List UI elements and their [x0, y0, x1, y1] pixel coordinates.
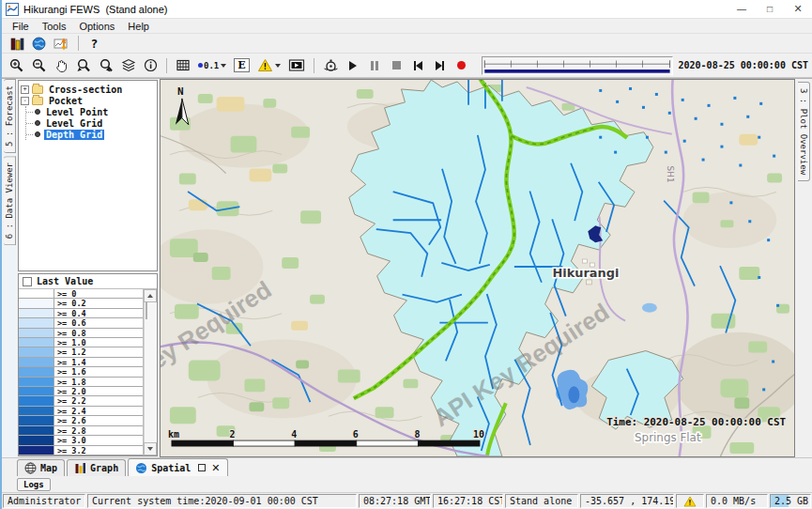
tab-plot-overview[interactable]: 3 : Plot Overview — [798, 82, 810, 181]
app-logo-icon — [6, 3, 19, 16]
svg-text:2: 2 — [230, 429, 236, 440]
zoom-in-icon — [9, 58, 24, 73]
legend-row[interactable]: >= 3.0 — [19, 436, 143, 445]
scroll-track[interactable] — [144, 302, 157, 442]
legend-color-swatch — [19, 387, 54, 395]
tab-map[interactable]: Map — [17, 459, 65, 476]
tab-data-viewer[interactable]: 6 : Data Viewer — [4, 156, 16, 245]
record-button[interactable] — [452, 56, 471, 74]
folder-icon — [32, 97, 43, 105]
expand-icon[interactable]: + — [21, 85, 29, 94]
menu-options[interactable]: Options — [72, 21, 121, 32]
legend-row[interactable]: >= 1.4 — [19, 358, 143, 367]
legend-color-swatch — [19, 329, 54, 337]
legend-row[interactable]: >= 3.2 — [19, 446, 143, 455]
time-slider[interactable] — [482, 56, 673, 75]
legend-row[interactable]: >= 0.8 — [19, 329, 143, 338]
tree-item-cross-section[interactable]: + Cross-section — [21, 84, 155, 95]
tab-spatial[interactable]: Spatial ✕ — [128, 458, 227, 476]
legend-row[interactable]: >= 2.8 — [19, 426, 143, 436]
maximize-panel-icon[interactable] — [198, 464, 206, 471]
menu-tools[interactable]: Tools — [36, 21, 73, 32]
legend-row[interactable]: >= 2.0 — [19, 387, 143, 396]
svg-text:10: 10 — [473, 429, 484, 440]
tree-item-level-point[interactable]: Level Point — [26, 106, 155, 117]
legend-color-swatch — [19, 347, 54, 356]
record-icon — [457, 61, 466, 69]
last-frame-button[interactable] — [430, 56, 450, 74]
legend-row[interactable]: >= 1.6 — [19, 367, 143, 377]
pan-button[interactable] — [52, 56, 71, 74]
legend-row[interactable]: >= 1.2 — [19, 347, 143, 357]
legend-threshold-label: >= 2.6 — [54, 416, 143, 424]
menu-bar: File Tools Options Help — [2, 19, 812, 34]
grid-icon — [176, 58, 191, 72]
legend-color-swatch — [19, 396, 54, 405]
legend-row[interactable]: >= 2.4 — [19, 407, 143, 416]
warnings-dropdown[interactable] — [254, 56, 283, 74]
animation-settings-button[interactable] — [320, 56, 342, 74]
legend-row[interactable]: >= 2.6 — [19, 416, 143, 425]
tree-item-pocket[interactable]: - Pocket — [21, 95, 155, 106]
scroll-down-icon[interactable] — [144, 442, 157, 455]
zoom-out-button[interactable] — [29, 56, 50, 74]
pause-icon — [371, 61, 378, 70]
tree-item-level-grid[interactable]: Level Grid — [26, 117, 155, 129]
legend-scrollbar[interactable] — [144, 289, 157, 455]
help-button[interactable]: ? — [84, 35, 104, 53]
close-tab-icon[interactable]: ✕ — [211, 462, 220, 474]
legend-threshold-label: >= 2.8 — [54, 426, 143, 435]
scroll-thumb[interactable] — [146, 301, 147, 319]
collapse-icon[interactable]: - — [21, 97, 29, 105]
first-frame-button[interactable] — [408, 56, 428, 74]
tree-item-label: Pocket — [47, 96, 84, 106]
map-display-button[interactable] — [29, 35, 49, 53]
logs-button[interactable]: Logs — [17, 478, 51, 491]
layers-button[interactable] — [118, 56, 139, 74]
info-icon — [144, 58, 158, 72]
legend-threshold-label: >= 3.0 — [54, 436, 143, 444]
zoom-next-button[interactable] — [96, 56, 116, 74]
play-button[interactable] — [344, 56, 363, 74]
scroll-up-icon[interactable] — [144, 289, 157, 302]
legend-row[interactable]: >= 2.2 — [19, 396, 143, 406]
title-bar: Hikurangi FEWS (Stand alone) — □ ✕ — [2, 0, 812, 19]
maximize-button[interactable]: □ — [756, 0, 784, 18]
tab-graph[interactable]: Graph — [67, 459, 126, 476]
deepest-water-patch — [568, 386, 579, 403]
legend-panel: Last Value >= 0>= 0.2>= 0.4>= 0.6>= 0.8>… — [18, 273, 158, 456]
legend-row[interactable]: >= 0 — [19, 289, 143, 299]
info-button[interactable] — [141, 56, 161, 74]
map-view[interactable]: API Key Required API Key Required Hikura… — [160, 79, 795, 457]
status-network-rate: 0.0 MB/s — [706, 494, 768, 508]
legend-toggle-button[interactable]: E — [231, 56, 252, 74]
tree-item-depth-grid[interactable]: Depth Grid — [26, 129, 155, 140]
grid-display-button[interactable] — [173, 56, 193, 74]
stop-button[interactable] — [387, 56, 406, 74]
classbreaks-dropdown[interactable]: 0.1 — [195, 56, 229, 74]
zoom-previous-button[interactable] — [73, 56, 94, 74]
legend-row[interactable]: >= 0.4 — [19, 309, 143, 318]
zoom-in-button[interactable] — [7, 56, 27, 74]
legend-row[interactable]: >= 1.8 — [19, 378, 143, 387]
time-slider-track — [483, 57, 672, 74]
tab-forecast[interactable]: 5 : Forecast — [4, 79, 16, 153]
status-coordinates: -35.657 , 174.199 — [580, 494, 674, 508]
data-explorer-button[interactable] — [7, 35, 27, 53]
status-memory-usage: 2.5 GB — [770, 494, 811, 508]
minimize-button[interactable]: — — [728, 0, 756, 18]
legend-color-swatch — [19, 318, 54, 327]
menu-help[interactable]: Help — [121, 21, 156, 32]
legend-row[interactable]: >= 0.2 — [19, 299, 143, 308]
globe-icon — [135, 462, 147, 474]
last-value-checkbox[interactable] — [23, 277, 32, 286]
pause-button[interactable] — [365, 56, 385, 74]
menu-file[interactable]: File — [6, 21, 36, 32]
main-toolbar: ? — [2, 34, 812, 54]
legend-row[interactable]: >= 1.0 — [19, 338, 143, 347]
movie-button[interactable] — [285, 56, 308, 74]
legend-row[interactable]: >= 0.6 — [19, 318, 143, 328]
svg-text:4: 4 — [291, 429, 297, 440]
close-button[interactable]: ✕ — [784, 0, 812, 18]
timeseries-display-button[interactable] — [51, 35, 72, 53]
